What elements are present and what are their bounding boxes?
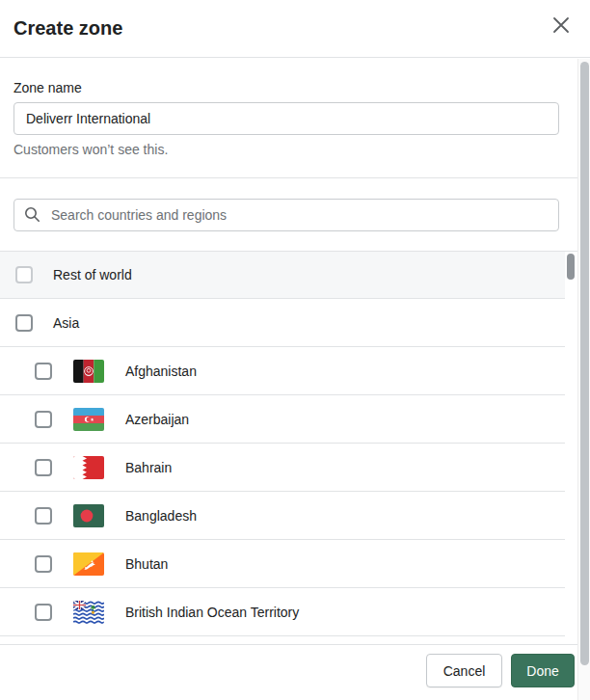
search-icon <box>24 206 40 227</box>
list-row-rest-of-world[interactable]: Rest of world <box>0 252 565 299</box>
azerbaijan-checkbox[interactable] <box>35 411 52 428</box>
list-row-afghanistan[interactable]: Afghanistan <box>0 347 565 395</box>
list-row-british-indian-ocean-territory[interactable]: British Indian Ocean Territory <box>0 588 565 636</box>
bangladesh-checkbox[interactable] <box>35 507 52 525</box>
bhutan-flag-icon <box>73 552 104 576</box>
country-label: Bhutan <box>125 556 168 572</box>
list-row-bhutan[interactable]: Bhutan <box>0 540 565 588</box>
done-button[interactable]: Done <box>511 654 575 687</box>
create-zone-modal: Create zone Zone name Customers won’t se… <box>0 0 590 700</box>
rest-of-world-checkbox[interactable] <box>15 266 33 283</box>
country-label: Azerbaijan <box>125 412 189 427</box>
country-label: Bahrain <box>125 460 172 475</box>
zone-name-input[interactable] <box>13 102 559 135</box>
zone-name-helper-text: Customers won’t see this. <box>13 142 577 157</box>
zone-name-section: Zone name Customers won’t see this. <box>0 59 577 157</box>
search-input[interactable] <box>13 199 559 231</box>
modal-body: Zone name Customers won’t see this. Rest… <box>0 59 577 636</box>
rest-of-world-label: Rest of world <box>53 267 132 283</box>
list-row-bahrain[interactable]: Bahrain <box>0 444 565 492</box>
modal-title: Create zone <box>13 17 122 40</box>
close-button[interactable] <box>550 15 572 37</box>
cancel-button[interactable]: Cancel <box>426 654 502 687</box>
country-label: Bangladesh <box>125 508 197 524</box>
afghanistan-checkbox[interactable] <box>35 363 52 380</box>
modal-footer: Cancel Done <box>0 644 577 700</box>
british-indian-ocean-territory-checkbox[interactable] <box>35 604 52 621</box>
bangladesh-flag-icon <box>73 504 104 527</box>
country-list: Rest of world Asia <box>0 251 577 636</box>
country-label: Afghanistan <box>125 363 197 379</box>
bahrain-checkbox[interactable] <box>35 459 52 476</box>
asia-checkbox[interactable] <box>15 314 33 332</box>
asia-label: Asia <box>53 315 79 331</box>
zone-name-label: Zone name <box>13 80 577 95</box>
afghanistan-flag-icon <box>73 360 104 383</box>
modal-scrollbar-track[interactable] <box>577 59 590 700</box>
list-row-asia[interactable]: Asia <box>0 299 565 347</box>
list-row-bangladesh[interactable]: Bangladesh <box>0 492 565 540</box>
british-indian-ocean-territory-flag-icon <box>73 601 104 624</box>
modal-header: Create zone <box>0 0 590 58</box>
bhutan-checkbox[interactable] <box>35 555 52 573</box>
bahrain-flag-icon <box>73 456 104 479</box>
list-scrollbar-thumb[interactable] <box>567 254 575 280</box>
list-row-azerbaijan[interactable]: Azerbaijan <box>0 395 565 444</box>
azerbaijan-flag-icon <box>73 408 104 431</box>
search-section <box>0 178 577 251</box>
close-icon <box>552 16 570 37</box>
country-label: British Indian Ocean Territory <box>125 605 299 620</box>
modal-scrollbar-thumb[interactable] <box>580 62 589 665</box>
